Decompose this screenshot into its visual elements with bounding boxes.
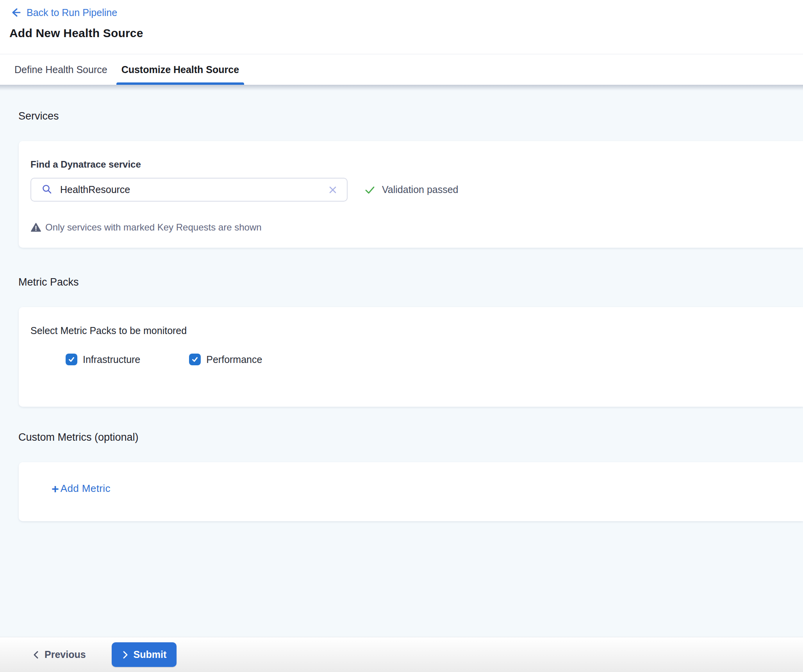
checkbox-performance[interactable]: Performance xyxy=(189,354,262,365)
services-card: Find a Dynatrace service xyxy=(19,141,803,248)
metric-packs-subheading: Select Metric Packs to be monitored xyxy=(30,325,803,336)
validation-status: Validation passed xyxy=(364,184,459,196)
check-icon xyxy=(364,184,376,196)
find-service-label: Find a Dynatrace service xyxy=(30,159,787,170)
back-arrow-icon[interactable] xyxy=(9,7,21,18)
checkbox-label: Infrastructure xyxy=(83,354,140,365)
tab-customize-health-source[interactable]: Customize Health Source xyxy=(116,54,244,85)
plus-icon: + xyxy=(52,483,59,495)
metric-packs-heading: Metric Packs xyxy=(18,276,803,288)
chevron-left-icon xyxy=(32,650,40,659)
service-search-input[interactable] xyxy=(31,179,347,201)
metric-packs-card: Select Metric Packs to be monitored Infr… xyxy=(19,307,803,407)
back-link[interactable]: Back to Run Pipeline xyxy=(9,5,803,20)
search-icon xyxy=(41,184,52,196)
page-header: Back to Run Pipeline Add New Health Sour… xyxy=(0,0,803,54)
submit-button[interactable]: Submit xyxy=(112,642,177,667)
clear-search-icon[interactable] xyxy=(328,185,337,195)
service-search-box[interactable] xyxy=(30,178,348,202)
previous-button-label: Previous xyxy=(45,649,86,660)
metric-packs-options: Infrastructure Performance xyxy=(66,354,803,365)
checkbox-checked-icon[interactable] xyxy=(66,354,77,365)
validation-text: Validation passed xyxy=(382,184,459,195)
tab-define-health-source[interactable]: Define Health Source xyxy=(9,54,112,85)
add-metric-button[interactable]: + Add Metric xyxy=(52,483,111,495)
warning-icon xyxy=(30,222,41,233)
custom-metrics-heading: Custom Metrics (optional) xyxy=(18,431,803,443)
back-link-label[interactable]: Back to Run Pipeline xyxy=(27,7,117,18)
checkbox-checked-icon[interactable] xyxy=(189,354,201,365)
add-metric-label: Add Metric xyxy=(61,483,111,495)
checkbox-label: Performance xyxy=(206,354,262,365)
services-warning-text: Only services with marked Key Requests a… xyxy=(45,222,262,233)
submit-button-label: Submit xyxy=(134,649,167,660)
footer-bar: Previous Submit xyxy=(0,637,803,672)
services-heading: Services xyxy=(18,110,803,122)
checkbox-infrastructure[interactable]: Infrastructure xyxy=(66,354,140,365)
content-area: Services Find a Dynatrace service xyxy=(0,85,803,637)
custom-metrics-card: + Add Metric xyxy=(19,462,803,521)
services-warning: Only services with marked Key Requests a… xyxy=(30,222,787,233)
page-title: Add New Health Source xyxy=(9,27,803,40)
tab-bar: Define Health Source Customize Health So… xyxy=(0,54,803,85)
previous-button[interactable]: Previous xyxy=(27,643,91,667)
chevron-right-icon xyxy=(122,651,129,659)
